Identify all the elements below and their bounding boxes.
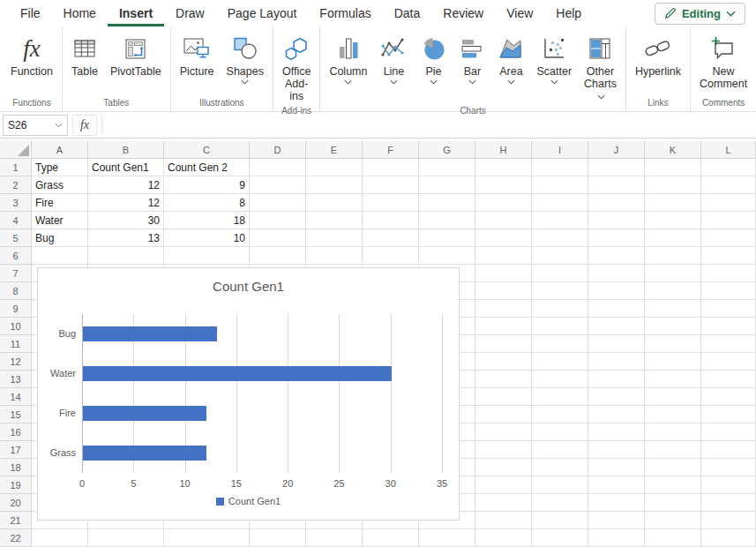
row-header-10[interactable]: 10 bbox=[0, 318, 32, 335]
cell-C6[interactable] bbox=[164, 247, 250, 265]
cell-L7[interactable] bbox=[701, 265, 756, 282]
cell-I12[interactable] bbox=[532, 353, 588, 371]
cell-C2[interactable]: 9 bbox=[164, 176, 250, 194]
cell-J7[interactable] bbox=[588, 265, 645, 282]
cell-I15[interactable] bbox=[532, 406, 588, 423]
row-header-5[interactable]: 5 bbox=[0, 229, 32, 247]
cell-A2[interactable]: Grass bbox=[32, 176, 88, 194]
cell-H20[interactable] bbox=[475, 494, 532, 512]
cell-E6[interactable] bbox=[306, 247, 363, 265]
cell-F6[interactable] bbox=[363, 247, 419, 265]
cell-L11[interactable] bbox=[701, 335, 756, 353]
cell-I4[interactable] bbox=[532, 212, 588, 229]
tab-formulas[interactable]: Formulas bbox=[308, 0, 382, 26]
row-header-8[interactable]: 8 bbox=[0, 282, 32, 300]
cell-B6[interactable] bbox=[88, 247, 164, 265]
cell-L14[interactable] bbox=[701, 388, 756, 406]
chart-bar-grass[interactable] bbox=[83, 446, 206, 461]
row-header-9[interactable]: 9 bbox=[0, 300, 32, 318]
cell-G3[interactable] bbox=[419, 194, 475, 212]
cell-K12[interactable] bbox=[645, 353, 701, 371]
other-charts-button[interactable]: Other Charts bbox=[578, 30, 623, 104]
cell-A22[interactable] bbox=[32, 529, 88, 547]
tab-draw[interactable]: Draw bbox=[164, 0, 216, 26]
cell-J21[interactable] bbox=[588, 512, 645, 529]
cell-J9[interactable] bbox=[588, 300, 645, 318]
scatter-button[interactable]: Scatter bbox=[530, 30, 578, 91]
cell-K17[interactable] bbox=[645, 441, 701, 459]
cell-F22[interactable] bbox=[363, 529, 419, 547]
cell-A3[interactable]: Fire bbox=[32, 194, 88, 212]
column-button[interactable]: Column bbox=[323, 30, 373, 91]
cell-H14[interactable] bbox=[475, 388, 532, 406]
pie-button[interactable]: Pie bbox=[414, 30, 453, 91]
cell-H19[interactable] bbox=[475, 476, 532, 494]
row-header-1[interactable]: 1 bbox=[0, 159, 32, 176]
cell-L8[interactable] bbox=[701, 282, 756, 300]
cell-L4[interactable] bbox=[701, 212, 756, 229]
cell-A5[interactable]: Bug bbox=[32, 229, 88, 247]
column-header-K[interactable]: K bbox=[645, 141, 701, 159]
cell-G5[interactable] bbox=[419, 229, 475, 247]
cell-F4[interactable] bbox=[363, 212, 419, 229]
cell-K4[interactable] bbox=[645, 212, 701, 229]
chevron-down-icon[interactable] bbox=[597, 90, 605, 102]
row-header-17[interactable]: 17 bbox=[0, 441, 32, 459]
cell-J19[interactable] bbox=[588, 476, 645, 494]
cell-I7[interactable] bbox=[532, 265, 588, 282]
table-button[interactable]: Table bbox=[65, 30, 104, 79]
chevron-down-icon[interactable] bbox=[507, 79, 515, 89]
cell-K18[interactable] bbox=[645, 459, 701, 476]
cell-J1[interactable] bbox=[588, 159, 645, 176]
cell-I17[interactable] bbox=[532, 441, 588, 459]
cell-H4[interactable] bbox=[475, 212, 532, 229]
cell-J12[interactable] bbox=[588, 353, 645, 371]
area-button[interactable]: Area bbox=[491, 30, 530, 91]
cell-L15[interactable] bbox=[701, 406, 756, 423]
row-header-18[interactable]: 18 bbox=[0, 459, 32, 476]
picture-button[interactable]: Picture bbox=[174, 30, 221, 79]
tab-review[interactable]: Review bbox=[431, 0, 495, 26]
cell-G2[interactable] bbox=[419, 176, 475, 194]
chart-bar-fire[interactable] bbox=[83, 406, 206, 421]
cell-D6[interactable] bbox=[250, 247, 306, 265]
tab-view[interactable]: View bbox=[495, 0, 544, 26]
column-header-J[interactable]: J bbox=[588, 141, 645, 159]
select-all-corner[interactable] bbox=[0, 141, 32, 159]
cell-G6[interactable] bbox=[419, 247, 475, 265]
cell-L12[interactable] bbox=[701, 353, 756, 371]
cell-L3[interactable] bbox=[701, 194, 756, 212]
cell-L2[interactable] bbox=[701, 176, 756, 194]
cell-E2[interactable] bbox=[306, 176, 363, 194]
cell-K8[interactable] bbox=[645, 282, 701, 300]
cell-K1[interactable] bbox=[645, 159, 701, 176]
cell-K14[interactable] bbox=[645, 388, 701, 406]
cell-J15[interactable] bbox=[588, 406, 645, 423]
cell-I18[interactable] bbox=[532, 459, 588, 476]
cell-E3[interactable] bbox=[306, 194, 363, 212]
row-header-13[interactable]: 13 bbox=[0, 371, 32, 388]
cell-L5[interactable] bbox=[701, 229, 756, 247]
cell-I14[interactable] bbox=[532, 388, 588, 406]
cell-L20[interactable] bbox=[701, 494, 756, 512]
column-header-L[interactable]: L bbox=[701, 141, 756, 159]
row-header-16[interactable]: 16 bbox=[0, 423, 32, 441]
cell-E22[interactable] bbox=[306, 529, 363, 547]
cell-H3[interactable] bbox=[475, 194, 532, 212]
cell-H13[interactable] bbox=[475, 371, 532, 388]
cell-L10[interactable] bbox=[701, 318, 756, 335]
cell-A1[interactable]: Type bbox=[32, 159, 88, 176]
cell-I6[interactable] bbox=[532, 247, 588, 265]
office-add-ins-button[interactable]: Office Add-ins bbox=[276, 30, 317, 104]
column-header-I[interactable]: I bbox=[532, 141, 588, 159]
cell-F1[interactable] bbox=[363, 159, 419, 176]
editing-mode-button[interactable]: Editing bbox=[655, 3, 745, 25]
cell-I19[interactable] bbox=[532, 476, 588, 494]
cell-J16[interactable] bbox=[588, 423, 645, 441]
cell-E1[interactable] bbox=[306, 159, 363, 176]
cell-K13[interactable] bbox=[645, 371, 701, 388]
cell-J2[interactable] bbox=[588, 176, 645, 194]
cell-L16[interactable] bbox=[701, 423, 756, 441]
cell-B5[interactable]: 13 bbox=[88, 229, 164, 247]
row-header-15[interactable]: 15 bbox=[0, 406, 32, 423]
